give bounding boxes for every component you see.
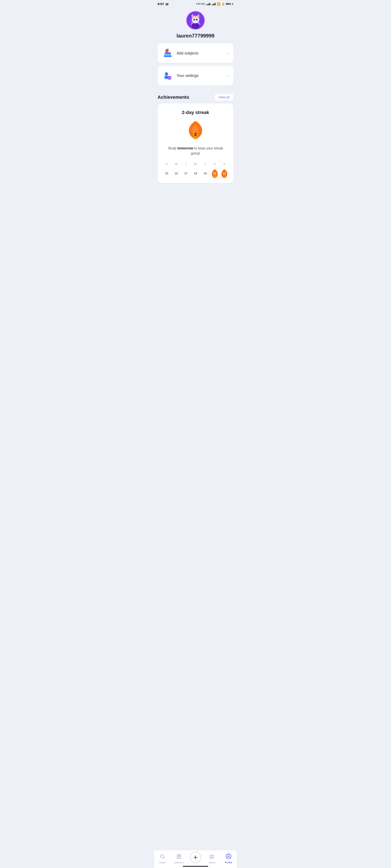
nav-library-label: Library (208, 861, 216, 864)
svg-point-25 (165, 72, 168, 76)
cal-day-M: M (171, 161, 181, 166)
solutions-icon (176, 854, 181, 860)
your-settings-chevron: › (227, 73, 229, 78)
cal-cell-19: 19 (200, 169, 210, 178)
streak-number: 2 (194, 132, 197, 137)
signal-icon (206, 3, 210, 5)
add-subjects-chevron: › (227, 51, 229, 56)
signal-icon-2 (212, 3, 216, 5)
wifi-icon: 📶 (217, 2, 220, 6)
achievements-section: Achievements View all 2-day streak 2 (157, 93, 234, 183)
add-subjects-icon (162, 48, 173, 59)
svg-rect-31 (168, 78, 168, 78)
add-button[interactable] (190, 852, 201, 863)
status-indicators: 4.96 KB/s 📶 🔋 89% (196, 2, 234, 6)
calendar-header: S M T W T F S (162, 161, 229, 166)
your-settings-left: Your settings (162, 70, 199, 81)
streak-card: 2-day streak 2 Study tomorrow to keep yo… (157, 103, 234, 183)
cal-cell-16: 16 (171, 169, 181, 178)
nav-home-label: Home (159, 861, 166, 864)
svg-text:★: ★ (190, 21, 191, 23)
cal-day-S1: S (162, 161, 171, 166)
svg-rect-21 (165, 52, 171, 54)
flame-icon (186, 120, 205, 141)
add-subjects-card[interactable]: Add subjects › (157, 43, 234, 63)
cal-day-T2: T (200, 161, 210, 166)
library-icon (210, 854, 215, 860)
svg-point-16 (197, 20, 199, 21)
achievements-header: Achievements View all (157, 93, 234, 101)
home-search-icon (160, 854, 165, 860)
svg-rect-29 (169, 76, 170, 77)
nav-profile-label: Profile (225, 861, 232, 864)
avatar-container: ★ ✦ (186, 11, 205, 30)
svg-text:✦: ✦ (200, 16, 201, 18)
username: lauren77799999 (177, 33, 215, 39)
home-indicator (183, 866, 208, 867)
streak-message: Study tomorrow to keep your streak going… (168, 146, 223, 156)
cal-day-W: W (191, 161, 200, 166)
cal-cell-21: 21 (220, 169, 229, 178)
svg-rect-30 (169, 79, 170, 80)
nav-home[interactable]: Home (154, 854, 171, 864)
cal-cell-15: 15 (162, 169, 171, 178)
view-all-button[interactable]: View all (215, 93, 234, 101)
main-content: ★ ✦ lauren77799999 (154, 6, 237, 204)
svg-point-2 (191, 23, 200, 29)
streak-message-suffix: to keep your streak going! (191, 147, 223, 155)
battery-percentage: 89% (226, 3, 231, 5)
settings-illustration (162, 70, 173, 81)
cal-cell-20: 20 (210, 169, 219, 178)
nav-library[interactable]: Library (204, 854, 220, 864)
calendar-row: 15 16 17 18 19 (162, 169, 229, 178)
calendar: S M T W T F S 15 16 (162, 161, 229, 178)
svg-point-5 (192, 14, 193, 18)
achievements-title: Achievements (157, 94, 189, 100)
nav-add[interactable] (187, 852, 204, 864)
svg-point-13 (194, 19, 194, 19)
svg-point-14 (197, 19, 197, 19)
svg-point-11 (193, 19, 195, 20)
svg-rect-32 (171, 78, 171, 78)
svg-point-23 (168, 49, 169, 50)
add-subjects-left: Add subjects (162, 48, 199, 59)
streak-message-prefix: Study (168, 147, 177, 150)
cal-cell-18: 18 (191, 169, 200, 178)
cal-day-T1: T (181, 161, 191, 166)
add-subjects-label: Add subjects (177, 51, 199, 56)
profile-icon (226, 854, 231, 860)
svg-point-12 (196, 19, 198, 20)
cal-day-S2: S (220, 161, 229, 166)
dot-21 (224, 177, 225, 178)
day-21-num: 21 (223, 172, 226, 175)
subjects-illustration (162, 48, 173, 59)
status-time: 9:57 📹 (157, 2, 169, 6)
your-settings-card[interactable]: Your settings › (157, 66, 234, 85)
day-20-num: 20 (213, 172, 216, 175)
camera-icon: 📹 (165, 2, 169, 5)
svg-point-33 (169, 77, 170, 79)
status-bar: 9:57 📹 4.96 KB/s 📶 🔋 89% (154, 0, 237, 6)
svg-point-24 (166, 50, 167, 51)
svg-line-38 (163, 858, 164, 859)
flame-container: 2 (186, 120, 205, 141)
svg-rect-19 (164, 55, 172, 57)
green-dot-indicator (232, 3, 234, 5)
cal-day-F: F (210, 161, 219, 166)
streak-title: 2-day streak (182, 110, 209, 115)
avatar-illustration: ★ ✦ (187, 11, 204, 29)
svg-point-7 (198, 14, 199, 18)
bottom-nav: Home Solutions (154, 850, 237, 868)
battery-icon: 🔋 (221, 2, 225, 6)
nav-profile[interactable]: Profile (220, 854, 237, 864)
cal-cell-17: 17 (181, 169, 191, 178)
nav-solutions[interactable]: Solutions (171, 854, 187, 864)
svg-point-46 (228, 855, 230, 857)
your-settings-icon (162, 70, 173, 81)
nav-solutions-label: Solutions (174, 861, 184, 864)
data-speed: 4.96 KB/s (196, 3, 206, 5)
streak-message-bold: tomorrow (178, 147, 193, 150)
time-display: 9:57 (157, 2, 164, 6)
your-settings-label: Your settings (177, 73, 199, 78)
avatar: ★ ✦ (186, 11, 205, 30)
